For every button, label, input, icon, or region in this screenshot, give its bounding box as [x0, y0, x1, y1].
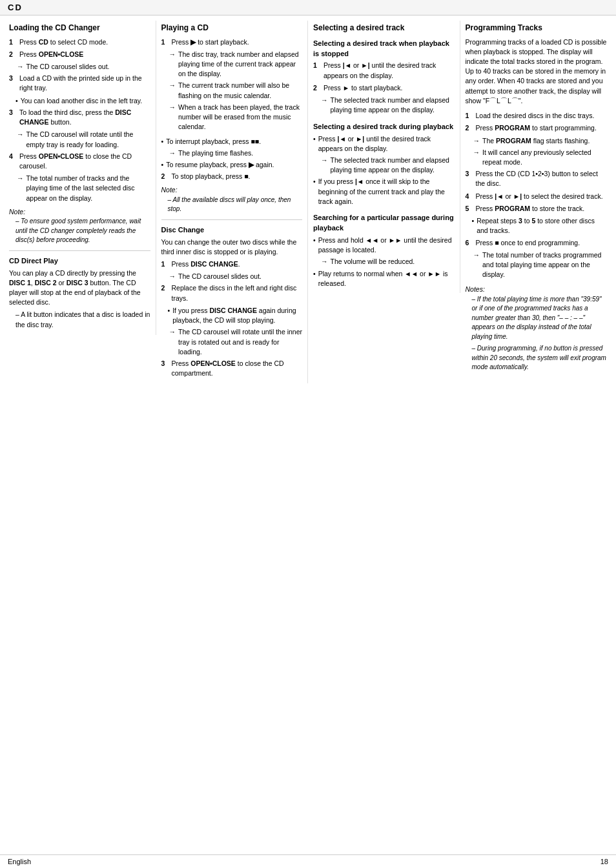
col1-item1: 1 Press CD to select CD mode. [9, 37, 150, 47]
col2-dc-item1: 1 Press DISC CHANGE. [161, 259, 303, 269]
footer-bar: English 18 [0, 854, 616, 868]
col2-dc-bullet1: • If you press DISC CHANGE again during … [168, 306, 303, 325]
columns-wrapper: Loading the CD Changer 1 Press CD to sel… [0, 15, 616, 403]
col1-sub3: → The total number of tracks and the pla… [17, 174, 150, 203]
col2-item2: 2 To stop playback, press ■. [161, 172, 303, 181]
col2-dc-sub2: → The CD carousel will rotate until the … [169, 327, 303, 357]
col4-item6: 6 Press ■ once to end programming. [466, 238, 608, 248]
col-loading: Loading the CD Changer 1 Press CD to sel… [4, 21, 156, 335]
col2-disc-change-intro: You can change the outer two discs while… [161, 237, 303, 257]
col4-item5: 5 Press PROGRAM to store the track. [466, 204, 608, 214]
col4-item4: 4 Press |◄ or ►| to select the desired t… [466, 192, 608, 201]
col1-item5: 4 Press OPEN•CLOSE to close the CD carou… [9, 152, 150, 171]
col2-sub3: → When a track has been played, the trac… [169, 103, 303, 132]
col1-note-label: Note: [9, 207, 150, 217]
col3-sub2-title: Selecting a desired track during playbac… [313, 122, 455, 132]
col1-sub2: → The CD carousel will rotate until the … [17, 130, 150, 149]
col4-item1: 1 Load the desired discs in the disc tra… [466, 111, 608, 121]
col4-item2: 2 Press PROGRAM to start programming. [466, 123, 608, 133]
footer-language: English [8, 858, 31, 865]
col4-title: Programming Tracks [466, 23, 608, 34]
col1-title: Loading the CD Changer [9, 23, 150, 34]
col3-s1-item2: 2 Press ► to start playback. [313, 83, 455, 93]
col3-sub3-title: Searching for a particular passage durin… [313, 213, 455, 234]
col2-note: – All the available discs will play once… [168, 196, 303, 214]
col3-s2-bullet1: • Press |◄ or ►| until the desired track… [313, 134, 455, 154]
col4-sub1: → The PROGRAM flag starts flashing. [473, 136, 608, 146]
col1-item4: 3 To load the third disc, press the DISC… [9, 108, 150, 127]
col1-cd-direct-title: CD Direct Play [9, 256, 150, 267]
col2-item1: 1 Press ▶ to start playback. [161, 37, 303, 47]
col2-dc-item2: 2 Replace the discs in the left and righ… [161, 283, 303, 303]
col1-note1: – To ensure good system performance, wai… [15, 217, 150, 245]
col-programming: Programming Tracks Programming tracks of… [460, 21, 613, 375]
col4-intro: Programming tracks of a loaded CD is pos… [466, 37, 608, 106]
col4-note1: – If the total playing time is more than… [472, 295, 608, 342]
col1-sub1: → The CD carousel slides out. [17, 62, 150, 72]
col3-s3-sub1: → The volume will be reduced. [321, 257, 455, 267]
col1-item2: 2 Press OPEN•CLOSE [9, 50, 150, 59]
col4-item3: 3 Press the CD (CD 1•2•3) button to sele… [466, 169, 608, 188]
col3-s1-item1: 1 Press |◄ or ►| until the desired track… [313, 61, 455, 80]
header-bar: CD [0, 0, 616, 15]
page-container: CD Loading the CD Changer 1 Press CD to … [0, 0, 616, 868]
col2-sub4: → The playing time flashes. [169, 148, 303, 158]
col2-title: Playing a CD [161, 23, 303, 34]
col3-s1-sub1: → The selected track number and elapsed … [321, 96, 455, 115]
col-playing: Playing a CD 1 Press ▶ to start playback… [156, 21, 309, 383]
col-selecting: Selecting a desired track Selecting a de… [308, 21, 460, 293]
col3-s2-sub1: → The selected track number and elapsed … [321, 156, 455, 175]
col2-bullet1: • To interrupt playback, press ■■. [161, 137, 303, 146]
col2-disc-change-title: Disc Change [161, 225, 303, 236]
col2-note-label: Note: [161, 185, 303, 195]
col3-title: Selecting a desired track [313, 23, 455, 34]
col2-sub2: → The current track number will also be … [169, 81, 303, 100]
col4-notes-label: Notes: [466, 285, 608, 294]
col3-sub1-title: Selecting a desired track when playback … [313, 39, 455, 59]
col2-bullet2: • To resume playback, press ▶ again. [161, 160, 303, 170]
footer-page-number: 18 [601, 858, 608, 865]
col2-dc-sub1: → The CD carousel slides out. [169, 272, 303, 281]
col4-sub3: → The total number of tracks programmed … [473, 250, 608, 280]
col4-note2: – During programming, if no button is pr… [472, 344, 608, 372]
col3-s2-bullet2: • If you press |◄ once it will skip to t… [313, 177, 455, 207]
col2-divider [161, 219, 303, 220]
col3-s3-bullet1: • Press and hold ◄◄ or ►► until the desi… [313, 236, 455, 255]
header-cd-label: CD [8, 3, 23, 12]
col1-cd-direct-note: – A lit button indicates that a disc is … [15, 310, 150, 329]
col1-cd-direct-body: You can play a CD directly by pressing t… [9, 268, 150, 308]
col3-s3-bullet2: • Play returns to normal when ◄◄ or ►► i… [313, 269, 455, 288]
col2-sub1: → The disc tray, track number and elapse… [169, 50, 303, 79]
col2-dc-item3: 3 Press OPEN•CLOSE to close the CD compa… [161, 359, 303, 378]
col1-item3: 3 Load a CD with the printed side up in … [9, 74, 150, 93]
col1-bullet1: • You can load another disc in the left … [15, 96, 150, 106]
col1-divider [9, 250, 150, 251]
col4-bullet1: • Repeat steps 3 to 5 to store other dis… [472, 216, 608, 236]
col4-sub2: → It will cancel any previously selected… [473, 148, 608, 167]
